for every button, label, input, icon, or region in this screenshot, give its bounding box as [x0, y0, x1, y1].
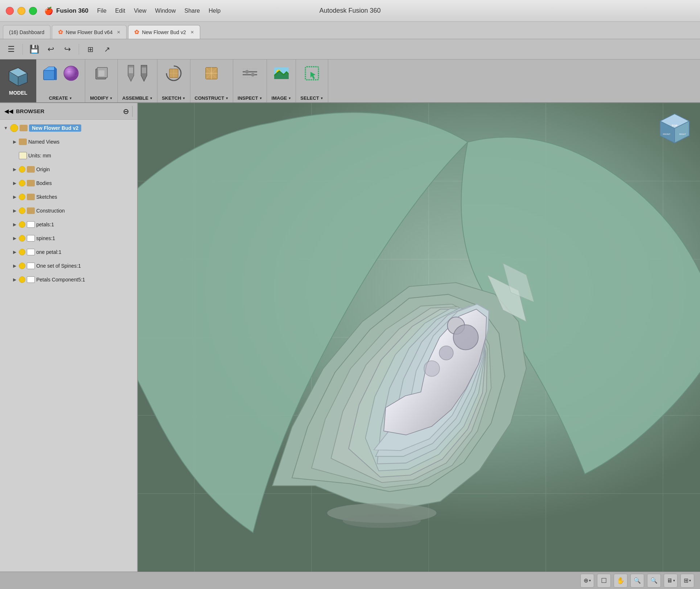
browser-minus-icon[interactable]: ⊖ — [123, 107, 129, 116]
grid-button[interactable]: ⊞ — [83, 42, 97, 56]
tree-item-one-set-spines[interactable]: ▶ One set of Spines:1 — [0, 259, 137, 273]
create-box-icon[interactable] — [41, 64, 59, 83]
tree-item-spines[interactable]: ▶ spines:1 — [0, 231, 137, 245]
root-label: New Flower Bud v2 — [29, 124, 81, 132]
assemble-icon2[interactable] — [139, 64, 149, 83]
close-button[interactable] — [6, 7, 14, 15]
zoom-fit-button[interactable]: 🔍 — [630, 574, 644, 588]
modify-icon[interactable] — [92, 64, 111, 83]
tab-flower2-label: New Flower Bud v2 — [142, 29, 186, 35]
assemble-icon1[interactable] — [125, 64, 136, 83]
browser-collapse-icon[interactable]: ◀◀ — [4, 108, 13, 115]
toolbar-separator-2 — [79, 44, 79, 55]
tree-arrow-one-petal: ▶ — [12, 250, 17, 255]
tab-dashboard[interactable]: (16) Dashboard — [3, 25, 50, 39]
one-set-label: One set of Spines:1 — [36, 263, 81, 269]
tree-item-bodies[interactable]: ▶ Bodies — [0, 176, 137, 190]
nav-cube[interactable]: TOP FRONT RIGHT — [656, 110, 693, 147]
menu-window[interactable]: Window — [155, 8, 176, 14]
display-mode-button[interactable]: 🖥▾ — [664, 574, 678, 588]
viewport[interactable]: TOP FRONT RIGHT — [138, 103, 700, 572]
construct-group-label[interactable]: CONSTRUCT — [195, 95, 229, 101]
minimize-button[interactable] — [17, 7, 25, 15]
tab-flower64[interactable]: ✿ New Flower Bud v64 ✕ — [52, 25, 127, 39]
hamburger-button[interactable]: ☰ — [4, 42, 18, 56]
tree-item-sketches[interactable]: ▶ Sketches — [0, 190, 137, 204]
construction-label: Construction — [36, 208, 65, 214]
ribbon: MODEL — [0, 59, 700, 103]
inspect-icon[interactable] — [240, 64, 259, 83]
tab-flower64-label: New Flower Bud v64 — [66, 29, 112, 35]
redo-button[interactable]: ↪ — [61, 42, 74, 56]
menu-file[interactable]: File — [97, 8, 107, 14]
image-shape-icon — [272, 64, 291, 83]
one-set-component-icon — [27, 263, 35, 269]
tree-item-petals[interactable]: ▶ petals:1 — [0, 218, 137, 231]
browser-separator — [132, 106, 133, 117]
svg-text:RIGHT: RIGHT — [679, 133, 686, 135]
tree-arrow-one-set-spines: ▶ — [12, 263, 17, 268]
maximize-button[interactable] — [29, 7, 37, 15]
browser-header: ◀◀ BROWSER ⊖ — [0, 103, 137, 120]
petals-component-icon — [27, 221, 35, 228]
petals-component5-light-icon — [19, 276, 25, 283]
inspect-group-label[interactable]: INSPECT — [238, 95, 262, 101]
tree-arrow-origin: ▶ — [12, 167, 17, 172]
sketch-group-label[interactable]: SKETCH — [162, 95, 185, 101]
ribbon-group-inspect: INSPECT — [233, 59, 267, 102]
svg-text:TOP: TOP — [672, 124, 678, 127]
menu-share[interactable]: Share — [184, 8, 200, 14]
bodies-light-icon — [19, 180, 25, 186]
create-group-label[interactable]: CREATE — [49, 95, 72, 101]
svg-point-7 — [64, 66, 78, 81]
petals-component5-label: Petals Component5:1 — [36, 277, 85, 283]
tab-flower2-close[interactable]: ✕ — [190, 30, 194, 35]
mac-window-controls — [6, 7, 37, 15]
tree-item-construction[interactable]: ▶ Construction — [0, 204, 137, 218]
menu-help[interactable]: Help — [209, 8, 221, 14]
sketches-folder-icon — [27, 194, 35, 200]
save-button[interactable]: 💾 — [27, 42, 41, 56]
share-icon[interactable]: ↗ — [100, 42, 114, 56]
zoom-out-button[interactable]: 🔍 — [647, 574, 661, 588]
tree-item-named-views[interactable]: ▶ Named Views — [0, 135, 137, 149]
construct-icon[interactable] — [202, 64, 221, 83]
tree-item-origin[interactable]: ▶ Origin — [0, 162, 137, 176]
box-icon — [41, 64, 59, 83]
orbit-button[interactable]: ⊕▾ — [580, 574, 594, 588]
tree-item-root[interactable]: ▼ New Flower Bud v2 — [0, 121, 137, 135]
select-icon[interactable] — [302, 64, 321, 83]
tree-item-petals-component[interactable]: ▶ Petals Component5:1 — [0, 273, 137, 287]
modify-group-label[interactable]: MODIFY — [90, 95, 112, 101]
image-icon[interactable] — [272, 64, 291, 83]
sketch-icons — [164, 62, 183, 94]
assemble-shape2 — [139, 64, 149, 83]
named-views-label: Named Views — [28, 139, 59, 145]
svg-point-45 — [424, 361, 440, 376]
svg-marker-5 — [44, 67, 54, 70]
construction-light-icon — [19, 207, 25, 214]
create-sphere-icon[interactable] — [62, 64, 81, 83]
menu-view[interactable]: View — [134, 8, 146, 14]
view-options-button[interactable]: ⊞▾ — [680, 574, 694, 588]
assemble-group-label[interactable]: ASSEMBLE — [122, 95, 153, 101]
image-group-label[interactable]: IMAGE — [272, 95, 292, 101]
tab-flower64-close[interactable]: ✕ — [117, 30, 120, 35]
spines-light-icon — [19, 235, 25, 242]
tab-flower2[interactable]: ✿ New Flower Bud v2 ✕ — [128, 25, 200, 39]
look-at-button[interactable]: ☐ — [597, 574, 611, 588]
menu-edit[interactable]: Edit — [115, 8, 125, 14]
undo-button[interactable]: ↩ — [44, 42, 58, 56]
tree-item-units[interactable]: ▶ Units: mm — [0, 149, 137, 162]
select-group-label[interactable]: SELECT — [300, 95, 323, 101]
origin-light-icon — [19, 166, 25, 173]
sketch-icon[interactable] — [164, 64, 183, 83]
ribbon-group-assemble: ASSEMBLE — [118, 59, 157, 102]
sphere-icon — [62, 64, 81, 83]
units-doc-icon — [19, 152, 27, 159]
pan-button[interactable]: ✋ — [614, 574, 627, 588]
tree-item-one-petal[interactable]: ▶ one petal:1 — [0, 245, 137, 259]
ribbon-model-button[interactable]: MODEL — [0, 59, 36, 102]
3d-model-svg — [138, 103, 700, 572]
browser-title: BROWSER — [16, 108, 120, 114]
